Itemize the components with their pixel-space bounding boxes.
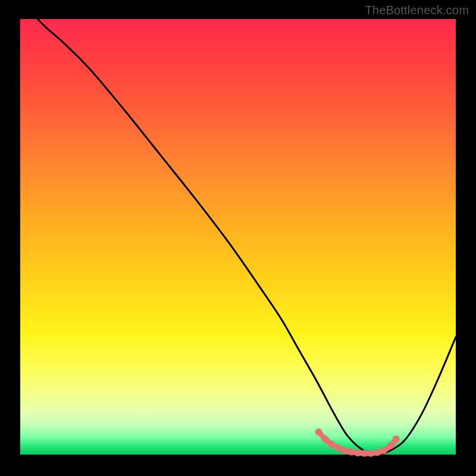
highlight-dot [334,444,342,451]
bottleneck-curve [37,19,456,453]
highlight-dot [341,447,348,454]
watermark-text: TheBottleneck.com [365,4,469,17]
highlight-dot [315,428,322,436]
highlight-dot [354,449,361,456]
highlight-dot [374,449,381,456]
highlight-dot [328,440,335,447]
highlight-dot [387,442,394,449]
highlight-dot [347,449,355,456]
highlight-dot [380,447,387,454]
highlight-dot [393,436,400,443]
chart-frame: TheBottleneck.com [0,0,476,476]
highlight-dot [367,450,374,457]
chart-svg [0,0,476,476]
highlight-dot [321,436,328,443]
highlight-dot [361,450,368,457]
